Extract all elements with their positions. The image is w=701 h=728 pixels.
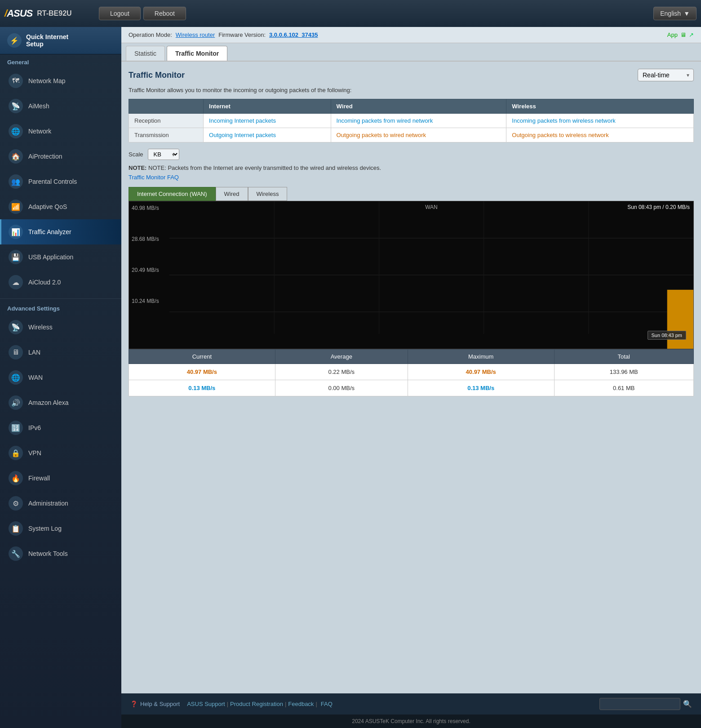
sidebar-item-administration[interactable]: ⚙ Administration	[0, 491, 121, 516]
traffic-monitor-header: Traffic Monitor Real-time Last 24 hours …	[129, 69, 694, 81]
search-input[interactable]	[599, 698, 680, 710]
usb-application-icon: 💾	[9, 250, 23, 264]
sidebar-item-aimesh[interactable]: 📡 AiMesh	[0, 93, 121, 119]
sidebar-item-ipv6[interactable]: 🔢 IPv6	[0, 415, 121, 440]
system-log-icon: 📋	[9, 521, 23, 536]
asus-logo: /ASUS	[4, 8, 32, 19]
quick-setup-icon: ⚡	[7, 33, 22, 48]
firmware-label: Firmware Version:	[218, 31, 266, 38]
cell-reception-internet: Incoming Internet packets	[204, 114, 331, 128]
outgoing-wired-link[interactable]: Outgoing packets to wired network	[337, 132, 426, 138]
feedback-link[interactable]: Feedback	[288, 701, 314, 707]
sidebar-item-wan[interactable]: 🌐 WAN	[0, 365, 121, 390]
row-label-transmission: Transmission	[129, 128, 204, 142]
page-content: Traffic Monitor Real-time Last 24 hours …	[121, 62, 701, 693]
help-support: ❓ Help & Support	[130, 701, 180, 707]
stats-average-2: 0.00 MB/s	[275, 380, 408, 396]
sidebar-item-vpn[interactable]: 🔒 VPN	[0, 440, 121, 466]
chevron-down-icon: ▼	[683, 10, 690, 17]
sidebar-item-label: Network Map	[28, 77, 65, 84]
realtime-dropdown-wrap: Real-time Last 24 hours Last 7 days Last…	[638, 69, 694, 81]
ipv6-icon: 🔢	[9, 421, 23, 435]
sidebar-item-network[interactable]: 🌐 Network	[0, 119, 121, 144]
sidebar-item-label: System Log	[28, 525, 62, 532]
incoming-wireless-link[interactable]: Incoming packets from wireless network	[512, 117, 615, 124]
tab-traffic-monitor[interactable]: Traffic Monitor	[167, 46, 227, 61]
parental-controls-icon: 👥	[9, 174, 23, 189]
network-icon: 🌐	[9, 124, 23, 138]
help-support-label: Help & Support	[140, 701, 180, 707]
traffic-chart: 40.98 MB/s 28.68 MB/s 20.49 MB/s 10.24 M…	[129, 201, 694, 349]
sidebar-item-firewall[interactable]: 🔥 Firewall	[0, 466, 121, 491]
incoming-internet-link[interactable]: Incoming Internet packets	[209, 117, 276, 124]
header: /ASUS RT-BE92U Logout Reboot English ▼	[0, 0, 701, 27]
content-area: Operation Mode: Wireless router Firmware…	[121, 27, 701, 728]
copyright-bar: 2024 ASUSTeK Computer Inc. All rights re…	[121, 715, 701, 728]
sidebar-item-aicloud[interactable]: ☁ AiCloud 2.0	[0, 270, 121, 295]
app-share-icon: ↗	[689, 31, 694, 38]
firmware-version-link[interactable]: 3.0.0.6.102_37435	[269, 31, 318, 38]
chart-tab-wired[interactable]: Wired	[216, 187, 248, 201]
search-icon[interactable]: 🔍	[683, 700, 692, 708]
sidebar-item-traffic-analyzer[interactable]: 📊 Traffic Analyzer	[0, 219, 121, 244]
tab-statistic[interactable]: Statistic	[126, 46, 165, 61]
separator-1: |	[227, 701, 228, 707]
quick-setup-item[interactable]: ⚡ Quick InternetSetup	[0, 27, 121, 54]
sidebar-item-label: Adaptive QoS	[28, 203, 67, 210]
scale-dropdown[interactable]: KB MB GB	[148, 149, 179, 160]
chart-svg	[169, 201, 693, 349]
reboot-button[interactable]: Reboot	[143, 7, 186, 20]
sidebar-item-usb-application[interactable]: 💾 USB Application	[0, 244, 121, 270]
sidebar-item-system-log[interactable]: 📋 System Log	[0, 516, 121, 541]
logout-button[interactable]: Logout	[99, 7, 141, 20]
advanced-section-label: Advanced Settings	[0, 298, 121, 315]
sidebar-item-adaptive-qos[interactable]: 📶 Adaptive QoS	[0, 194, 121, 219]
aiprotection-icon: 🏠	[9, 149, 23, 164]
stats-current-2: 0.13 MB/s	[129, 380, 275, 396]
scale-row: Scale KB MB GB	[129, 149, 694, 160]
realtime-dropdown[interactable]: Real-time Last 24 hours Last 7 days Last…	[638, 69, 694, 81]
logo-area: /ASUS RT-BE92U	[4, 8, 94, 19]
chart-tab-wan[interactable]: Internet Connection (WAN)	[129, 187, 216, 201]
stats-current-1: 40.97 MB/s	[129, 364, 275, 380]
stats-total-1: 133.96 MB	[554, 364, 693, 380]
sidebar-item-lan[interactable]: 🖥 LAN	[0, 340, 121, 365]
stats-col-maximum: Maximum	[408, 350, 554, 364]
sidebar-item-parental-controls[interactable]: 👥 Parental Controls	[0, 169, 121, 194]
traffic-table: Internet Wired Wireless Reception Incomi…	[129, 99, 694, 142]
chart-tab-wireless[interactable]: Wireless	[248, 187, 288, 201]
sidebar-item-label: Administration	[28, 500, 68, 507]
stats-col-total: Total	[554, 350, 693, 364]
chart-tabs: Internet Connection (WAN) Wired Wireless	[129, 187, 694, 201]
sidebar-item-label: WAN	[28, 374, 43, 381]
header-buttons: Logout Reboot	[99, 7, 649, 20]
administration-icon: ⚙	[9, 496, 23, 510]
incoming-wired-link[interactable]: Incoming packets from wired network	[337, 117, 433, 124]
sidebar-item-network-map[interactable]: 🗺 Network Map	[0, 68, 121, 93]
scale-label: Scale	[129, 151, 143, 158]
op-mode-link[interactable]: Wireless router	[176, 31, 215, 38]
product-registration-link[interactable]: Product Registration	[230, 701, 283, 707]
sidebar-item-label: Wireless	[28, 324, 53, 331]
stats-average-1: 0.22 MB/s	[275, 364, 408, 380]
row-label-reception: Reception	[129, 114, 204, 128]
col-header-empty	[129, 99, 204, 114]
outgoing-internet-link[interactable]: Outgoing Internet packets	[209, 132, 276, 138]
sidebar-item-amazon-alexa[interactable]: 🔊 Amazon Alexa	[0, 390, 121, 415]
stats-table: Current Average Maximum Total 40.97 MB/s…	[129, 349, 694, 396]
model-name: RT-BE92U	[37, 9, 71, 18]
sidebar-item-wireless[interactable]: 📡 Wireless	[0, 315, 121, 340]
outgoing-wireless-link[interactable]: Outgoing packets to wireless network	[512, 132, 608, 138]
asus-support-link[interactable]: ASUS Support	[187, 701, 225, 707]
faq-link[interactable]: Traffic Monitor FAQ	[129, 174, 179, 181]
separator-3: |	[315, 701, 317, 707]
faq-footer-link[interactable]: FAQ	[321, 701, 333, 707]
sidebar-item-label: Firewall	[28, 475, 50, 482]
lan-icon: 🖥	[9, 345, 23, 360]
tab-bar: Statistic Traffic Monitor	[121, 43, 701, 62]
firewall-icon: 🔥	[9, 471, 23, 485]
language-button[interactable]: English ▼	[653, 7, 697, 20]
sidebar-item-aiprotection[interactable]: 🏠 AiProtection	[0, 144, 121, 169]
scale-dropdown-wrap: KB MB GB	[148, 149, 179, 160]
sidebar-item-network-tools[interactable]: 🔧 Network Tools	[0, 541, 121, 566]
